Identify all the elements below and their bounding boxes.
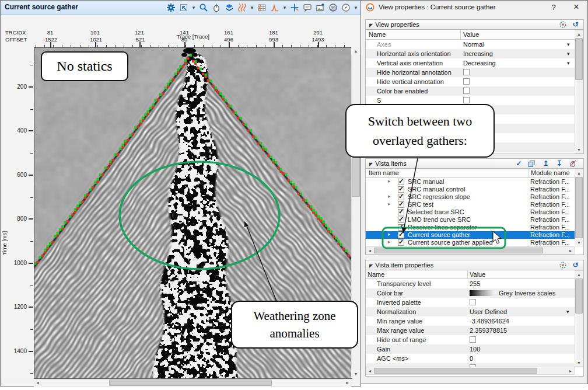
checkbox[interactable] bbox=[463, 78, 470, 85]
vista-items-scroll-left[interactable]: ◄ bbox=[366, 247, 373, 254]
seismic-vscroll-thumb[interactable] bbox=[352, 157, 360, 197]
seismic-vscroll-down[interactable]: ▼ bbox=[351, 370, 360, 378]
item-checkbox[interactable]: ✓ bbox=[398, 224, 404, 231]
property-row[interactable]: NormalizationUser Defined▾ bbox=[366, 307, 575, 316]
vista-items-scroll-right[interactable]: ► bbox=[567, 247, 574, 254]
compass-icon[interactable] bbox=[341, 2, 351, 13]
vista-item-row[interactable]: ▸✓SRC regression slopeRefraction F... bbox=[366, 193, 575, 201]
vista-items-scroll-up[interactable]: ▲ bbox=[575, 169, 583, 176]
property-row[interactable]: Hide vertical annotation bbox=[366, 77, 575, 86]
property-row[interactable]: Hide horizontal annotation bbox=[366, 68, 575, 77]
property-row[interactable]: Transparency level255 bbox=[366, 279, 575, 288]
dropdown-caret-icon[interactable]: ▾ bbox=[567, 41, 570, 47]
vista-item-row[interactable]: ✓Selected trace SRCRefraction F... bbox=[366, 208, 575, 216]
vista-item-row[interactable]: ▸✓SRC testRefraction F... bbox=[366, 201, 575, 208]
checkbox[interactable] bbox=[463, 88, 470, 94]
vista-item-properties-scroll-thumb[interactable] bbox=[575, 278, 583, 314]
property-row[interactable]: Vertical axis orientationDecreasing▾ bbox=[366, 58, 575, 68]
item-checkbox[interactable]: ✓ bbox=[398, 194, 404, 200]
vista-item-row[interactable]: ✓LMO trend curve SRCRefraction F... bbox=[366, 216, 575, 224]
dropdown-caret-icon[interactable]: ▾ bbox=[567, 51, 570, 57]
refresh-target-icon[interactable] bbox=[559, 20, 568, 29]
expander-icon[interactable]: ▸ bbox=[388, 239, 391, 245]
seismic-vscroll-up[interactable]: ▲ bbox=[351, 47, 360, 55]
vista-items-section-header[interactable]: ◤Vista items ✓ ↥ ↧ bbox=[366, 159, 583, 169]
vista-items-scroll-down[interactable]: ▼ bbox=[575, 239, 583, 246]
vista-item-properties-section-header[interactable]: ◤Vista item properties ↺ bbox=[366, 260, 583, 270]
property-row[interactable]: Horizontal axis orientationIncreasing▾ bbox=[366, 49, 575, 58]
seismic-hscroll-thumb[interactable] bbox=[109, 379, 272, 386]
undo-icon[interactable]: ↺ bbox=[571, 20, 580, 29]
property-row[interactable]: Max range value2.359378815 bbox=[366, 326, 575, 335]
vista-item-properties-hscroll-thumb[interactable] bbox=[374, 368, 537, 374]
export-image-icon[interactable] bbox=[315, 2, 326, 13]
checkbox[interactable] bbox=[463, 97, 470, 103]
item-checkbox[interactable]: ✓ bbox=[398, 186, 404, 193]
undo-icon[interactable]: ↺ bbox=[571, 261, 580, 270]
expander-icon[interactable]: ▸ bbox=[388, 231, 391, 237]
pick-crosshair-icon[interactable] bbox=[289, 2, 300, 13]
close-button[interactable]: × bbox=[571, 2, 582, 12]
trace-table-icon[interactable] bbox=[257, 2, 267, 13]
layers-icon[interactable] bbox=[224, 2, 235, 13]
expander-icon[interactable]: ▸ bbox=[388, 193, 391, 199]
vista-item-properties-scroll-up[interactable]: ▲ bbox=[575, 271, 583, 278]
move-bottom-icon[interactable]: ↧ bbox=[555, 159, 564, 168]
dropdown-caret-icon[interactable]: ▾ bbox=[567, 60, 570, 66]
expander-icon[interactable]: ▸ bbox=[388, 201, 391, 207]
vista-item-row[interactable]: ✓SRC manual controlRefraction F... bbox=[366, 186, 575, 193]
property-row[interactable]: Hide out of range bbox=[366, 335, 575, 344]
fit-view-dropdown-caret[interactable]: ▾ bbox=[191, 5, 196, 11]
move-top-icon[interactable]: ↥ bbox=[541, 159, 550, 168]
vista-item-row[interactable]: ▸✓Current source gather appliedRefractio… bbox=[366, 239, 575, 246]
checkbox[interactable] bbox=[470, 336, 476, 343]
view-properties-scroll-up[interactable]: ▲ bbox=[575, 30, 583, 37]
property-row[interactable]: Color bar enabled bbox=[366, 86, 575, 96]
settings-icon[interactable] bbox=[166, 2, 176, 13]
checkbox[interactable] bbox=[470, 299, 476, 305]
vista-items-scroll-thumb[interactable] bbox=[575, 177, 583, 238]
property-row[interactable]: Gain100 bbox=[366, 344, 575, 354]
property-row[interactable]: Inverted palette bbox=[366, 298, 575, 307]
item-checkbox[interactable]: ✓ bbox=[398, 239, 404, 246]
property-row[interactable]: AxesNormal▾ bbox=[366, 40, 575, 49]
vista-item-row[interactable]: ✓Receiver lines separatorRefraction F... bbox=[366, 224, 575, 231]
compass-dropdown-caret[interactable]: ▾ bbox=[354, 5, 358, 11]
view-properties-scroll-down[interactable]: ▼ bbox=[575, 146, 583, 153]
item-checkbox[interactable]: ✓ bbox=[398, 179, 404, 185]
vista-item-row[interactable]: ▸✓SRC manualRefraction F... bbox=[366, 178, 575, 186]
checkbox[interactable] bbox=[463, 69, 470, 75]
fit-view-icon[interactable] bbox=[178, 2, 189, 13]
vista-item-properties-scroll-left[interactable]: ◄ bbox=[366, 367, 373, 374]
comment-icon[interactable] bbox=[302, 2, 313, 13]
expander-icon[interactable]: ▸ bbox=[388, 178, 391, 184]
vista-item-row[interactable]: ▸✓Current source gatherRefraction F... bbox=[366, 231, 575, 239]
zoom-icon[interactable] bbox=[198, 2, 209, 13]
seismic-hscroll-right[interactable]: ► bbox=[344, 379, 351, 386]
view-properties-section-header[interactable]: ◤View properties ↺ bbox=[366, 20, 583, 30]
check-all-icon[interactable]: ✓ bbox=[514, 159, 523, 168]
item-checkbox[interactable]: ✓ bbox=[398, 201, 404, 208]
copy-items-icon[interactable] bbox=[527, 159, 536, 168]
refresh-target-icon[interactable] bbox=[559, 261, 568, 270]
seismic-hscroll-left[interactable]: ◄ bbox=[34, 379, 41, 386]
wiggle-display-icon[interactable] bbox=[237, 2, 247, 13]
item-checkbox[interactable]: ✓ bbox=[398, 217, 404, 223]
vista-items-hscroll-thumb[interactable] bbox=[374, 248, 543, 253]
wiggle-display-dropdown-caret[interactable]: ▾ bbox=[250, 5, 254, 11]
view-properties-scroll-thumb[interactable] bbox=[575, 38, 583, 80]
vista-item-properties-scroll-right[interactable]: ► bbox=[567, 367, 574, 374]
mouse-deselect-icon[interactable] bbox=[569, 159, 578, 168]
item-checkbox[interactable]: ✓ bbox=[398, 232, 404, 238]
histogram-icon[interactable] bbox=[270, 2, 280, 13]
mouse-select-icon[interactable] bbox=[211, 2, 222, 13]
help-button[interactable]: ? bbox=[549, 3, 558, 12]
dropdown-caret-icon[interactable]: ▾ bbox=[566, 309, 569, 315]
annotation-at-icon[interactable]: @ bbox=[328, 2, 338, 13]
property-row[interactable]: Color barGrey Inverse scales bbox=[366, 288, 575, 298]
item-checkbox[interactable]: ✓ bbox=[398, 209, 404, 215]
property-row[interactable]: Min range value-3.489364624 bbox=[366, 316, 575, 326]
histogram-dropdown-caret[interactable]: ▾ bbox=[282, 5, 287, 11]
vista-item-properties-scroll-down[interactable]: ▼ bbox=[575, 359, 583, 366]
property-row[interactable]: AGC <ms>0 bbox=[366, 354, 575, 363]
